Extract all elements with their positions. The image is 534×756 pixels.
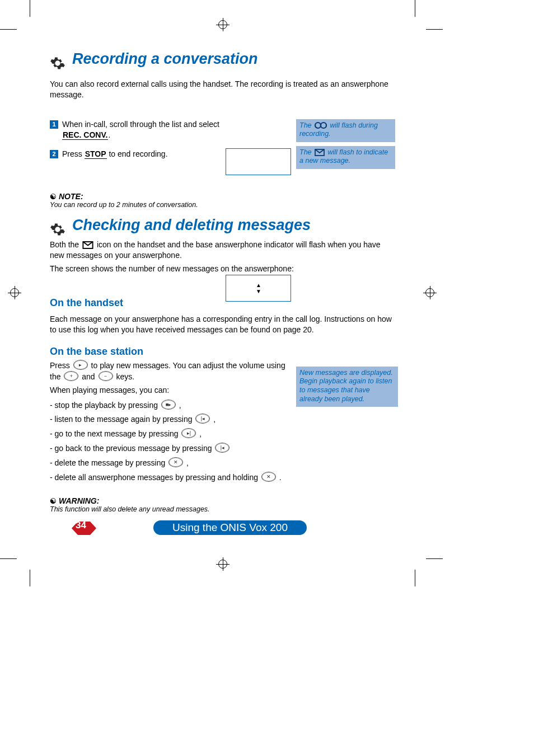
crop-mark [0,29,17,30]
bullet-delete-all: - delete all answerphone messages by pre… [50,471,397,485]
info-box-new-message: The will flash to indicate a new message… [296,146,395,169]
gear-icon [50,222,65,237]
intro-paragraph: You can also record external calls using… [50,79,397,100]
delete-button-icon: ✕ [168,457,183,467]
play-button-icon: ▸ [73,360,88,370]
volume-up-button-icon: + [64,371,78,381]
step-number-1: 1 [50,120,58,129]
step-1: 1 When in-call, scroll through the list … [50,119,236,141]
menu-rec-conv-label: REC. CONV. [62,130,108,140]
menu-stop-label: STOP [85,149,107,159]
gear-icon [50,55,65,71]
registration-target-icon [423,286,437,299]
registration-target-icon [216,557,229,571]
scroll-arrows-icon: ▲▼ [256,282,261,294]
info-box-playback-hint: New messages are displayed. Begin playba… [296,367,398,407]
paragraph-play-volume: Press ▸ to play new messages. You can ad… [50,360,296,383]
heading-recording-conversation: Recording a conversation [72,50,258,68]
crop-mark [30,0,30,17]
paragraph-call-log: Each message on your answerphone has a c… [50,314,397,336]
envelope-icon [315,149,325,156]
footer-title: Using the ONIS Vox 200 [153,520,307,535]
subheading-on-base: On the base station [50,346,397,358]
handset-display-box: ▲▼ [226,275,291,302]
bullet-listen-again: - listen to the message again by pressin… [50,412,397,427]
registration-target-icon [216,18,229,31]
page-number: 34 [76,520,86,531]
page-footer: 34 Using the ONIS Vox 200 [50,520,397,536]
repeat-button-icon: |◂ [195,414,210,424]
bullet-delete-message: - delete the message by pressing ✕ , [50,456,397,471]
crop-mark [426,29,443,30]
crop-mark [30,570,30,586]
next-button-icon: ▸| [181,428,196,438]
delete-all-button-icon: ✕ [261,472,276,482]
note-body: You can record up to 2 minutes of conver… [50,201,397,209]
bullet-prev-message: - go back to the previous message by pre… [50,442,397,456]
crop-mark [415,570,415,586]
paragraph-screen-msgs: The screen shows the number of new messa… [50,264,397,275]
step-number-2: 2 [50,150,58,158]
svg-point-0 [315,123,321,128]
envelope-icon [82,241,93,249]
bullet-next-message: - go to the next message by pressing ▸| … [50,427,397,442]
warning-heading: WARNING: [50,496,397,505]
stop-play-button-icon: ■▸ [161,400,176,410]
crop-mark [426,558,443,559]
note-heading: NOTE: [50,192,397,201]
volume-down-button-icon: − [99,371,113,381]
crop-mark [415,0,415,17]
heading-checking-deleting: Checking and deleting messages [72,217,311,234]
step-2: 2 Press STOP to end recording. [50,149,236,160]
prev-button-icon: |◂ [215,443,229,453]
registration-target-icon [8,286,21,299]
svg-point-1 [321,123,326,128]
handset-display-box [226,148,291,175]
info-box-recording: The will flash during recording. [296,119,395,142]
warning-body: This function will also delete any unrea… [50,505,397,513]
subheading-on-handset: On the handset [50,297,123,309]
tape-reel-icon [315,121,327,129]
crop-mark [0,558,17,559]
paragraph-envelope-flash: Both the icon on the handset and the bas… [50,240,397,261]
